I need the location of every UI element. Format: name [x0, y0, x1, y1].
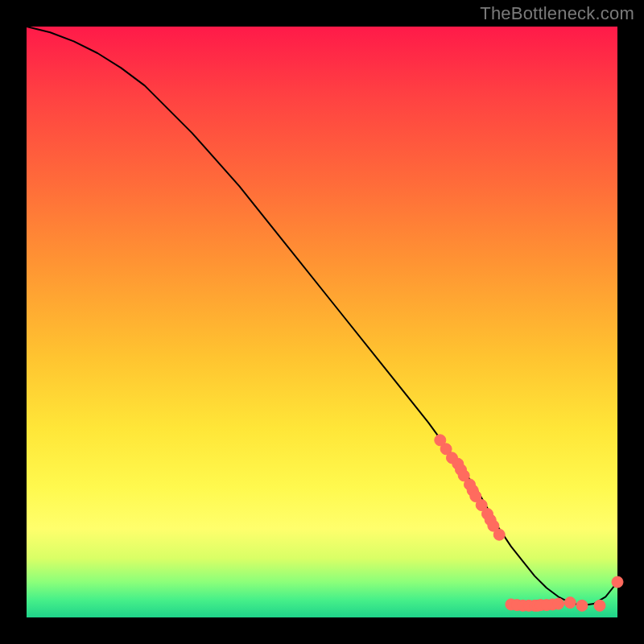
data-point	[493, 529, 505, 540]
data-point	[553, 598, 564, 609]
plot-area	[27, 27, 617, 617]
data-point	[576, 600, 588, 611]
watermark-text: TheBottleneck.com	[480, 3, 634, 24]
data-point	[564, 597, 576, 609]
data-point	[612, 576, 623, 588]
data-point	[594, 600, 605, 611]
bottleneck-curve	[27, 27, 617, 605]
scatter-dots	[435, 435, 623, 612]
chart-frame: TheBottleneck.com	[0, 0, 644, 644]
chart-svg	[27, 27, 617, 617]
